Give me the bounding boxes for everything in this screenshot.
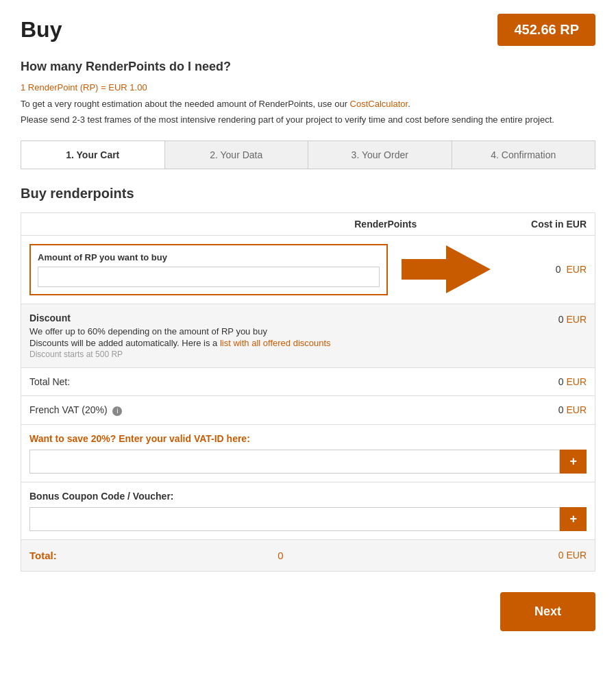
total-net-row: Total Net: 0 EUR: [21, 368, 595, 396]
discount-title: Discount: [29, 313, 504, 323]
discount-link[interactable]: list with all offered discounts: [220, 338, 331, 348]
cost-calculator-link[interactable]: CostCalculator: [350, 99, 408, 109]
vat-info-icon[interactable]: i: [112, 406, 122, 416]
total-net-value: 0 EUR: [504, 376, 587, 387]
col-rp-header: RenderPoints: [267, 219, 505, 230]
rp-balance-badge: 452.66 RP: [497, 14, 595, 46]
amount-label: Amount of RP you want to buy: [38, 252, 380, 262]
footer: Next: [21, 592, 595, 631]
total-row: Total: 0 0 EUR: [21, 540, 595, 571]
info-section: How many RenderPoints do I need? 1 Rende…: [21, 60, 595, 127]
amount-input[interactable]: [38, 267, 380, 287]
arrow-container: [388, 245, 504, 293]
coupon-add-button[interactable]: +: [560, 507, 587, 531]
discount-info: Discount We offer up to 60% depending on…: [29, 313, 504, 359]
total-value: 0 EUR: [504, 550, 587, 561]
vat-value: 0 EUR: [504, 404, 587, 415]
amount-row: Amount of RP you want to buy 0 EUR: [21, 236, 595, 304]
vat-id-label: Want to save 20%? Enter your valid VAT-I…: [29, 433, 587, 444]
total-center-value: 0: [57, 550, 504, 561]
discount-row: Discount We offer up to 60% depending on…: [21, 304, 595, 368]
coupon-row: Bonus Coupon Code / Voucher: +: [21, 482, 595, 540]
tab-your-data[interactable]: 2. Your Data: [165, 141, 309, 169]
vat-id-input[interactable]: [29, 450, 560, 474]
info-heading: How many RenderPoints do I need?: [21, 60, 595, 74]
discount-note: Discount starts at 500 RP: [29, 350, 504, 359]
vat-input-row: +: [29, 450, 587, 474]
info-line2: To get a very rought estimation about th…: [21, 97, 595, 111]
discount-line2: Discounts will be added automatically. H…: [29, 338, 504, 348]
total-label: Total:: [29, 550, 57, 561]
coupon-input[interactable]: [29, 507, 560, 531]
coupon-label: Bonus Coupon Code / Voucher:: [29, 491, 587, 502]
vat-add-button[interactable]: +: [560, 450, 587, 474]
coupon-input-row: +: [29, 507, 587, 531]
info-line1: 1 RenderPoint (RP) = EUR 1.00: [21, 81, 595, 95]
cart-table: RenderPoints Cost in EUR Amount of RP yo…: [21, 212, 595, 572]
step-tabs: 1. Your Cart 2. Your Data 3. Your Order …: [21, 140, 595, 169]
tab-your-cart[interactable]: 1. Your Cart: [21, 141, 165, 169]
arrow-icon: [402, 245, 491, 293]
page-header: Buy 452.66 RP: [21, 14, 595, 46]
next-button[interactable]: Next: [500, 592, 595, 631]
page-title: Buy: [21, 17, 62, 42]
section-title: Buy renderpoints: [21, 186, 595, 201]
discount-line1: We offer up to 60% depending on the amou…: [29, 326, 504, 336]
info-line3: Please send 2-3 test frames of the most …: [21, 113, 595, 127]
tab-confirmation[interactable]: 4. Confirmation: [452, 141, 595, 169]
col-cost-header: Cost in EUR: [504, 219, 587, 230]
tab-your-order[interactable]: 3. Your Order: [308, 141, 452, 169]
svg-marker-0: [402, 245, 491, 293]
amount-input-section: Amount of RP you want to buy: [29, 244, 388, 295]
vat-row: French VAT (20%) i 0 EUR: [21, 396, 595, 425]
vat-id-row: Want to save 20%? Enter your valid VAT-I…: [21, 425, 595, 482]
discount-cost: 0 EUR: [504, 313, 587, 325]
vat-label: French VAT (20%) i: [29, 404, 504, 416]
total-net-label: Total Net:: [29, 376, 504, 387]
amount-cost: 0 EUR: [504, 264, 587, 275]
cart-column-headers: RenderPoints Cost in EUR: [21, 213, 595, 236]
